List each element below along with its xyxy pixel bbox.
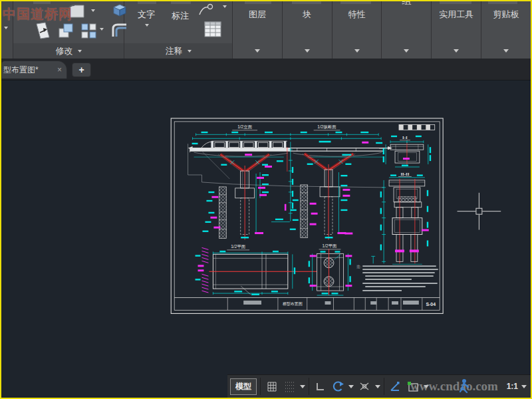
chevron-down-icon [305, 49, 310, 53]
divider [309, 378, 309, 395]
view-label-plan-left: 1/2平面 [231, 244, 245, 249]
divider [260, 378, 261, 395]
ortho-icon[interactable] [313, 378, 327, 395]
section-label-1: I-I [402, 135, 408, 140]
chevron-down-icon [255, 49, 260, 53]
chevron-down-icon [188, 50, 192, 53]
fillet-icon[interactable] [66, 3, 86, 19]
sheet-number: S-04 [426, 302, 436, 307]
plan-view-right: 1/2平面 [309, 243, 352, 295]
status-bar: 模型 [227, 374, 531, 398]
borehole-log-left [219, 187, 226, 239]
ribbon: 修改 文字 标注 [1, 1, 531, 60]
title-block-title: 桥型布置图 [282, 301, 303, 307]
ribbon-panel-partial[interactable] [1, 1, 13, 59]
drawing-tab[interactable]: 型布置图* × [1, 61, 67, 78]
ribbon-panel-block[interactable]: 块 [283, 1, 332, 59]
selection-cycling-icon[interactable] [406, 378, 420, 395]
cad-drawing: 1/2立面 1/2纵断面 [1, 80, 531, 398]
chevron-down-icon [454, 49, 459, 53]
ribbon-panel-utilities[interactable]: 实用工具 [432, 1, 481, 59]
section-view-1: I-I [383, 135, 432, 167]
ribbon-panel-clipboard[interactable]: 剪贴板 [481, 1, 531, 59]
right-pier [320, 164, 340, 239]
panel-label-modify[interactable]: 修改 [13, 43, 124, 59]
left-pier [235, 166, 255, 239]
file-tab-bar: 型布置图* × + [1, 59, 531, 80]
chevron-down-icon[interactable] [100, 28, 104, 31]
panel-title: 剪贴板 [481, 9, 531, 21]
scale-icon[interactable] [57, 22, 74, 39]
panel-title: 特性 [332, 9, 382, 21]
chevron-down-icon[interactable] [348, 385, 354, 388]
ribbon-panel-groups[interactable]: 组 [382, 1, 432, 59]
annotation-scale[interactable]: 1:1 [507, 382, 518, 391]
snap-grid-icon[interactable] [264, 378, 279, 395]
ribbon-panel-layers[interactable]: 图层 [233, 1, 283, 59]
section-view-2: II-II [380, 172, 429, 264]
drawing-canvas[interactable]: 1/2立面 1/2纵断面 [1, 80, 531, 398]
crosshair-cursor [458, 193, 501, 230]
text-tool-button[interactable]: 文字 [138, 9, 155, 21]
panel-title: 块 [283, 9, 332, 21]
chevron-down-icon [78, 50, 82, 53]
ribbon-panel-properties[interactable]: 特性 [332, 1, 382, 59]
title-block: 桥型布置图 S-04 [174, 298, 440, 311]
trim-icon[interactable] [35, 21, 52, 40]
object-snap-icon[interactable] [357, 378, 372, 395]
panel-title-clipped: 组 [402, 1, 411, 7]
model-space-button[interactable]: 模型 [230, 378, 257, 395]
chevron-down-icon [404, 49, 409, 53]
panel-label-text: 修改 [56, 45, 73, 57]
panel-label-text: 注释 [166, 45, 183, 57]
chevron-down-icon [503, 49, 509, 53]
chevron-down-icon[interactable] [300, 385, 305, 388]
close-icon[interactable]: × [57, 66, 62, 74]
chevron-down-icon [354, 49, 360, 53]
parapet [211, 141, 286, 148]
ribbon-panel-annotate: 文字 标注 注释 [124, 1, 233, 59]
chevron-down-icon[interactable] [375, 385, 380, 388]
dimension-tool-button[interactable]: 标注 [172, 10, 189, 22]
chevron-down-icon [4, 27, 8, 29]
view-label-profile: 1/2纵断面 [317, 124, 336, 130]
center-datum [271, 142, 293, 221]
array-icon[interactable] [80, 22, 97, 39]
table-icon[interactable] [203, 20, 223, 39]
borehole-log-right [301, 185, 308, 238]
chevron-down-icon[interactable] [424, 385, 429, 388]
panel-label-annotate[interactable]: 注释 [124, 43, 232, 59]
drawing-tab-label: 型布置图* [1, 65, 39, 76]
view-label-plan-right: 1/2平面 [323, 243, 337, 249]
panel-title: 图层 [233, 9, 282, 21]
ribbon-panel-modify: 修改 [13, 1, 124, 59]
view-label-elevation: 1/2立面 [237, 124, 252, 130]
plan-view-left: 1/2平面 [196, 244, 317, 295]
bridge-elevation-view: 1/2立面 1/2纵断面 [188, 124, 392, 239]
grid-display-icon[interactable] [282, 378, 297, 395]
ribbon-collapsed-panels: 图层 块 特性 组 实用工具 [233, 1, 531, 59]
new-tab-button[interactable]: + [72, 63, 91, 77]
section-label-2: II-II [400, 172, 409, 177]
chevron-down-icon[interactable] [223, 5, 227, 8]
chevron-down-icon[interactable] [521, 385, 527, 388]
notes-header: 注: [356, 265, 361, 269]
chevron-down-icon[interactable] [145, 24, 149, 27]
chevron-down-icon[interactable] [91, 9, 95, 12]
divider [384, 378, 384, 395]
leader-icon[interactable] [198, 2, 215, 17]
snap-tracking-icon[interactable] [388, 378, 402, 395]
panel-title: 实用工具 [432, 9, 481, 21]
polar-tracking-icon[interactable] [331, 378, 345, 395]
application-window: 修改 文字 标注 [0, 0, 532, 399]
